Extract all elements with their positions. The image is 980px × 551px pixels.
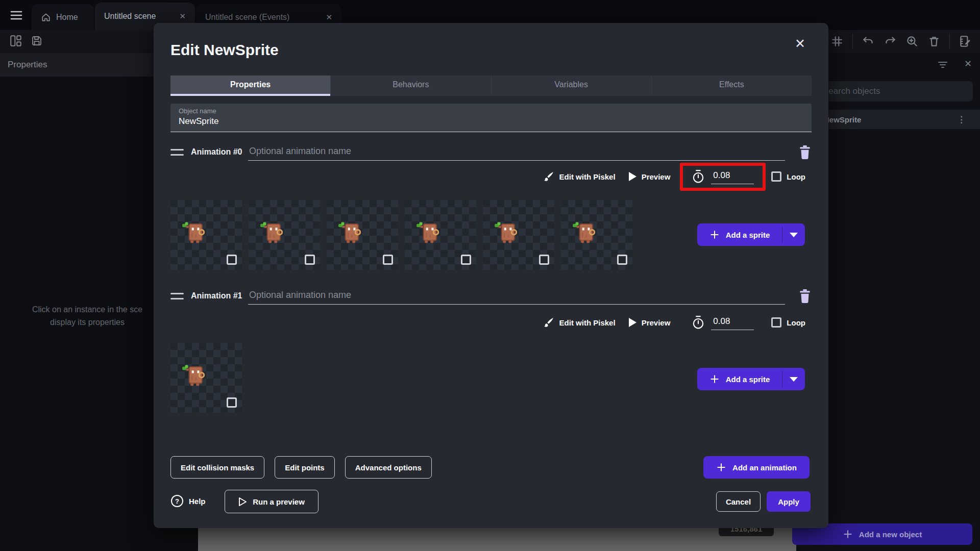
sprite-tools-row: Edit collision masks Edit points Advance…: [170, 456, 432, 479]
plus-icon: [709, 230, 720, 240]
add-sprite-dropdown[interactable]: [782, 223, 805, 246]
dialog-tabs: Properties Behaviors Variables Effects: [170, 76, 812, 96]
animation-0-header: Animation #0: [170, 142, 812, 162]
plus-icon: [709, 374, 720, 384]
edit-sprite-dialog: Edit NewSprite ✕ Properties Behaviors Va…: [154, 23, 828, 528]
advanced-options-button[interactable]: Advanced options: [345, 456, 432, 479]
stopwatch-icon: [692, 315, 705, 330]
pig-sprite-image: [337, 218, 369, 250]
tab-effects[interactable]: Effects: [651, 76, 812, 96]
scene-properties-notebook-icon[interactable]: [959, 35, 972, 48]
chevron-down-icon: [790, 233, 798, 237]
close-tab-icon[interactable]: ✕: [326, 13, 332, 22]
animation-1-header: Animation #1: [170, 286, 812, 306]
plus-icon: [843, 529, 853, 539]
toolbar-separator: [852, 34, 853, 49]
animation-1-title: Animation #1: [191, 291, 248, 300]
loop-checkbox[interactable]: [771, 171, 781, 182]
play-icon: [629, 318, 636, 327]
save-icon[interactable]: [31, 35, 43, 47]
redo-icon[interactable]: [884, 35, 897, 48]
tab-behaviors[interactable]: Behaviors: [330, 76, 491, 96]
properties-panel-title: Properties: [8, 60, 47, 70]
delete-animation-icon[interactable]: [798, 145, 812, 159]
filter-icon[interactable]: [937, 60, 948, 70]
help-button[interactable]: ? Help: [170, 494, 206, 508]
add-an-animation-button[interactable]: Add an animation: [703, 456, 810, 479]
sprite-frame-thumbnail[interactable]: [170, 200, 242, 270]
animation-1-name-input[interactable]: [248, 288, 785, 305]
search-objects-input[interactable]: [816, 81, 973, 102]
frame-select-checkbox[interactable]: [539, 255, 549, 265]
dialog-title: Edit NewSprite: [170, 41, 279, 59]
frame-select-checkbox[interactable]: [305, 255, 315, 265]
sprite-frame-thumbnail[interactable]: [170, 343, 242, 413]
tab-events-label: Untitled scene (Events): [205, 13, 289, 22]
object-name-field-value: NewSprite: [179, 116, 803, 127]
drag-handle-icon[interactable]: [170, 149, 184, 156]
gdevelop-app: Home Untitled scene ✕ Untitled scene (Ev…: [0, 0, 980, 551]
add-a-sprite-button[interactable]: Add a sprite: [697, 223, 805, 246]
tab-home[interactable]: Home: [32, 4, 94, 30]
delete-animation-icon[interactable]: [798, 289, 812, 303]
dialog-close-icon[interactable]: ✕: [795, 36, 805, 51]
loop-label: Loop: [787, 172, 805, 181]
loop-checkbox[interactable]: [771, 317, 781, 328]
object-name-field-label: Object name: [179, 107, 803, 115]
add-a-sprite-button[interactable]: Add a sprite: [697, 368, 805, 390]
run-a-preview-button[interactable]: Run a preview: [225, 490, 318, 513]
sprite-frame-thumbnail[interactable]: [483, 200, 554, 270]
frame-select-checkbox[interactable]: [461, 255, 471, 265]
frame-select-checkbox[interactable]: [617, 255, 627, 265]
cancel-button[interactable]: Cancel: [716, 491, 761, 512]
object-menu-icon[interactable]: ⋮: [957, 114, 966, 125]
svg-text:?: ?: [175, 497, 179, 505]
time-between-frames-group: [681, 310, 764, 335]
edit-with-piskel-button[interactable]: Edit with Piskel: [543, 171, 616, 182]
stopwatch-icon: [692, 169, 705, 184]
pig-sprite-image: [181, 361, 212, 393]
pig-sprite-image: [571, 218, 603, 250]
play-icon: [629, 172, 636, 181]
animation-0-name-input[interactable]: [248, 144, 785, 161]
loop-label: Loop: [787, 318, 805, 327]
animation-1-actions: Edit with Piskel Preview Loop: [170, 308, 812, 337]
close-panel-icon[interactable]: ✕: [964, 58, 972, 69]
object-name-field[interactable]: Object name NewSprite: [170, 104, 812, 132]
animation-0-title: Animation #0: [191, 147, 248, 157]
panels-layout-icon[interactable]: [9, 34, 22, 47]
pig-sprite-image: [181, 218, 212, 250]
sprite-frame-thumbnail[interactable]: [405, 200, 476, 270]
frame-select-checkbox[interactable]: [227, 397, 237, 408]
animation-1-time-input[interactable]: [711, 315, 754, 330]
zoom-in-icon[interactable]: [905, 35, 919, 48]
plus-icon: [716, 462, 726, 472]
sprite-frame-thumbnail[interactable]: [327, 200, 398, 270]
frame-select-checkbox[interactable]: [227, 255, 237, 265]
tab-scene-label: Untitled scene: [104, 12, 156, 21]
edit-collision-masks-button[interactable]: Edit collision masks: [170, 456, 264, 479]
apply-button[interactable]: Apply: [767, 491, 811, 512]
pig-sprite-image: [259, 218, 290, 250]
close-tab-icon[interactable]: ✕: [179, 12, 186, 21]
sprite-frame-thumbnail[interactable]: [249, 200, 320, 270]
drag-handle-icon[interactable]: [170, 293, 184, 299]
undo-icon[interactable]: [862, 35, 875, 48]
preview-button[interactable]: Preview: [629, 318, 671, 327]
sprite-frame-thumbnail[interactable]: [561, 200, 632, 270]
edit-points-button[interactable]: Edit points: [275, 456, 335, 479]
pig-sprite-image: [415, 218, 447, 250]
chevron-down-icon: [790, 377, 798, 382]
tab-variables[interactable]: Variables: [491, 76, 651, 96]
animation-0-time-input[interactable]: [711, 169, 754, 184]
add-sprite-dropdown[interactable]: [782, 368, 805, 390]
grid-icon[interactable]: [830, 35, 844, 48]
question-circle-icon: ?: [170, 494, 184, 508]
frame-select-checkbox[interactable]: [383, 255, 393, 265]
trash-icon[interactable]: [927, 35, 941, 48]
tab-properties[interactable]: Properties: [170, 76, 330, 96]
edit-with-piskel-button[interactable]: Edit with Piskel: [543, 317, 616, 328]
properties-empty-message: Click on an instance in the sce display …: [0, 303, 175, 329]
main-menu-icon[interactable]: [9, 8, 23, 22]
preview-button[interactable]: Preview: [629, 172, 671, 181]
